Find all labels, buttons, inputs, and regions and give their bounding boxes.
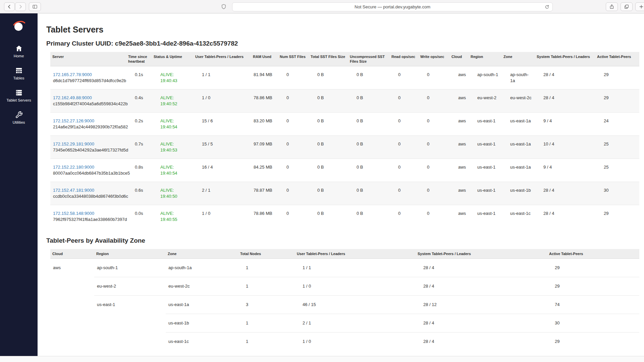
back-button[interactable]: [4, 2, 15, 11]
cell-status: ALIVE: 19:40:52: [152, 89, 193, 113]
tserver-uuid: c155b984f2f74004a5a6d559834c422b: [53, 101, 123, 107]
col-num-sst: Num SST Files: [278, 52, 309, 66]
page-title: Tablet Servers: [46, 25, 635, 35]
cell-total-nodes: 1: [238, 332, 295, 351]
refresh-icon[interactable]: [544, 4, 550, 10]
cell-uncompressed-sst: 0 B: [348, 182, 389, 205]
cell-total-sst: 0 B: [309, 66, 348, 89]
cell-user-peers: 16 / 4: [193, 159, 251, 182]
sidebar-toggle-button[interactable]: [29, 2, 41, 11]
cell-status: ALIVE: 19:40:54: [152, 113, 193, 136]
sidebar-item-home[interactable]: Home: [0, 40, 38, 62]
cell-active-peers: 29: [595, 89, 639, 113]
cell-system-peers: 9 / 4: [535, 113, 595, 136]
sidebar-item-tablet-servers[interactable]: Tablet Servers: [0, 84, 38, 107]
tab-overview-button[interactable]: [621, 2, 633, 11]
yugabyte-logo-icon[interactable]: [12, 19, 26, 33]
cell-total-sst: 0 B: [309, 159, 348, 182]
cell-read-ops: 0: [389, 89, 418, 113]
horizontal-scrollbar-area: [0, 356, 644, 362]
sidebar: Home Tables Tablet Servers Utilities: [0, 13, 38, 356]
cell-read-ops: 0: [389, 66, 418, 89]
cell-cloud: aws: [449, 182, 469, 205]
cell-read-ops: 0: [389, 113, 418, 136]
cell-status: ALIVE: 19:40:53: [152, 136, 193, 159]
tserver-link[interactable]: 172.152.22.180:9000: [53, 165, 94, 170]
cell-total-nodes: 1: [238, 277, 295, 295]
tserver-row: 172.152.29.181:9000 7345e0652b404292a3ae…: [50, 136, 639, 159]
cell-status: ALIVE: 19:40:50: [152, 182, 193, 205]
tserver-row: 172.152.47.181:9000 ccdb0c0ca33448038b4d…: [50, 182, 639, 205]
cell-region: us-east-1: [94, 295, 166, 351]
cell-active-peers: 30: [595, 182, 639, 205]
tabs-icon: [624, 4, 629, 9]
cell-active-peers: 29: [547, 258, 639, 277]
sidebar-item-utilities[interactable]: Utilities: [0, 107, 38, 129]
cell-active-peers: 74: [547, 295, 639, 314]
tserver-row: 172.162.49.88:9000 c155b984f2f74004a5a6d…: [50, 89, 639, 113]
cell-total-nodes: 3: [238, 295, 295, 314]
tserver-row: 172.152.58.148:9000 7962f975327f41f6a1ae…: [50, 205, 639, 228]
cell-zone: ap-south-1a: [501, 66, 535, 89]
cell-active-peers: 29: [547, 277, 639, 295]
address-bar[interactable]: Not Secure — portal.dev.yugabyte.com: [232, 2, 553, 11]
cell-server: 172.152.58.148:9000 7962f975327f41f6a1ae…: [50, 205, 126, 228]
cell-cloud: aws: [449, 66, 469, 89]
forward-button[interactable]: [15, 2, 26, 11]
share-button[interactable]: [606, 2, 618, 11]
cell-region: us-east-1: [469, 182, 501, 205]
cell-server: 172.152.27.126:9000 214a6e29f1a24c449829…: [50, 113, 126, 136]
sidebar-item-tables[interactable]: Tables: [0, 62, 38, 84]
cell-region: ap-south-1: [94, 258, 166, 277]
new-tab-button[interactable]: [635, 2, 644, 11]
col-heartbeat: Time since heartbeat: [126, 52, 152, 66]
col-active-peers: Active Tablet-Peers: [595, 52, 639, 66]
availability-zone-table: Cloud Region Zone Total Nodes User Table…: [50, 249, 639, 351]
col-user-peers: User Tablet-Peers / Leaders: [295, 249, 416, 259]
zone-section-heading: Tablet-Peers by Availability Zone: [46, 237, 635, 244]
home-icon: [15, 45, 23, 52]
cell-region: us-east-1: [469, 113, 501, 136]
privacy-shield-icon[interactable]: [221, 4, 227, 10]
col-cloud: Cloud: [50, 249, 94, 259]
tserver-link[interactable]: 172.152.29.181:9000: [53, 141, 94, 146]
cell-num-sst: 0: [278, 89, 309, 113]
cell-ram: 78.86 MB: [251, 89, 278, 113]
cell-zone: us-east-1b: [166, 314, 238, 332]
col-cloud: Cloud: [449, 52, 469, 66]
cell-write-ops: 0: [418, 89, 449, 113]
cell-system-peers: 28 / 4: [416, 258, 547, 277]
cell-user-peers: 1 / 1: [193, 66, 251, 89]
cell-cloud: aws: [449, 89, 469, 113]
cell-system-peers: 9 / 4: [535, 159, 595, 182]
tserver-link[interactable]: 172.152.47.181:9000: [53, 188, 94, 193]
cell-user-peers: 1 / 1: [295, 258, 416, 277]
col-user-peers: User Tablet-Peers / Leaders: [193, 52, 251, 66]
cell-heartbeat: 0.7s: [126, 136, 152, 159]
cell-total-sst: 0 B: [309, 205, 348, 228]
cell-active-peers: 25: [595, 136, 639, 159]
table-header-row: Server Time since heartbeat Status & Upt…: [50, 52, 639, 66]
cell-system-peers: 10 / 4: [535, 136, 595, 159]
tserver-row: 172.165.27.78:9000 d6dc1d7b97724ff693d85…: [50, 66, 639, 89]
tserver-link[interactable]: 172.162.49.88:9000: [53, 95, 92, 100]
cell-status: ALIVE: 19:40:55: [152, 205, 193, 228]
sidebar-icon: [32, 4, 38, 9]
cell-user-peers: 46 / 15: [295, 295, 416, 314]
tserver-uuid: ccdb0c0ca33448038b4d86746f3b0d6c: [53, 193, 123, 199]
col-region: Region: [94, 249, 166, 259]
cell-zone: eu-west-2c: [166, 277, 238, 295]
cell-active-peers: 29: [547, 332, 639, 351]
cell-uncompressed-sst: 0 B: [348, 89, 389, 113]
cell-heartbeat: 0.1s: [126, 66, 152, 89]
cell-write-ops: 0: [418, 205, 449, 228]
cell-heartbeat: 0.2s: [126, 113, 152, 136]
tserver-link[interactable]: 172.165.27.78:9000: [53, 72, 92, 77]
tserver-link[interactable]: 172.152.58.148:9000: [53, 211, 94, 216]
cell-server: 172.152.47.181:9000 ccdb0c0ca33448038b4d…: [50, 182, 126, 205]
tserver-link[interactable]: 172.152.27.126:9000: [53, 118, 94, 123]
col-system-peers: System Tablet-Peers / Leaders: [535, 52, 595, 66]
cell-zone: eu-west-2c: [501, 89, 535, 113]
cell-total-sst: 0 B: [309, 89, 348, 113]
col-total-nodes: Total Nodes: [238, 249, 295, 259]
